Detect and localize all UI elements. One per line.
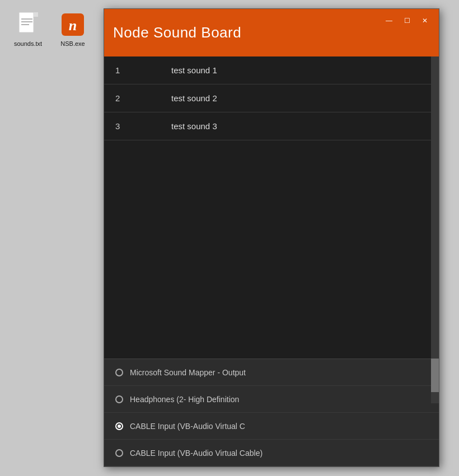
app-title: Node Sound Board — [113, 24, 241, 41]
sound-list: 1test sound 12test sound 23test sound 3 — [104, 56, 439, 359]
radio-circle — [115, 395, 123, 403]
nsb-exe-image: n — [62, 11, 84, 38]
svg-text:n: n — [69, 17, 77, 34]
sound-name: test sound 3 — [171, 121, 217, 131]
output-label: Microsoft Sound Mapper - Output — [130, 368, 246, 377]
output-item[interactable]: CABLE Input (VB-Audio Virtual Cable) — [104, 440, 439, 466]
nsb-exe-label: NSB.exe — [60, 40, 85, 47]
output-item[interactable]: Microsoft Sound Mapper - Output — [104, 359, 439, 386]
sounds-txt-icon[interactable]: sounds.txt — [8, 11, 48, 47]
app-window: Node Sound Board — ☐ ✕ 1test sound 12tes… — [104, 8, 439, 467]
output-label: Headphones (2- High Definition — [130, 395, 239, 404]
sound-number: 3 — [115, 121, 171, 131]
sounds-txt-label: sounds.txt — [14, 40, 42, 47]
scrollbar-thumb[interactable] — [431, 359, 439, 392]
sounds-txt-image — [17, 11, 39, 38]
sound-number: 2 — [115, 93, 171, 103]
sound-item[interactable]: 1test sound 1 — [104, 56, 439, 84]
output-label: CABLE Input (VB-Audio Virtual Cable) — [130, 449, 263, 458]
close-button[interactable]: ✕ — [416, 15, 433, 27]
nsb-exe-icon[interactable]: n NSB.exe — [53, 11, 92, 47]
radio-circle — [115, 422, 123, 430]
sound-number: 1 — [115, 65, 171, 75]
sound-item[interactable]: 3test sound 3 — [104, 112, 439, 140]
sound-item[interactable]: 2test sound 2 — [104, 84, 439, 112]
output-label: CABLE Input (VB-Audio Virtual C — [130, 422, 245, 431]
svg-rect-2 — [34, 12, 38, 17]
desktop-icons: sounds.txt n NSB.exe — [8, 11, 92, 47]
scrollbar-track[interactable] — [431, 56, 439, 403]
radio-circle — [115, 369, 123, 376]
title-bar: Node Sound Board — ☐ ✕ — [104, 9, 439, 56]
output-item[interactable]: Headphones (2- High Definition — [104, 386, 439, 413]
sound-name: test sound 1 — [171, 65, 217, 75]
window-controls: — ☐ ✕ — [381, 15, 433, 27]
output-list: Microsoft Sound Mapper - OutputHeadphone… — [104, 359, 439, 466]
output-item[interactable]: CABLE Input (VB-Audio Virtual C — [104, 413, 439, 440]
maximize-button[interactable]: ☐ — [399, 15, 415, 27]
minimize-button[interactable]: — — [381, 15, 397, 27]
sound-name: test sound 2 — [171, 93, 217, 103]
svg-rect-0 — [19, 12, 34, 32]
radio-circle — [115, 449, 123, 457]
